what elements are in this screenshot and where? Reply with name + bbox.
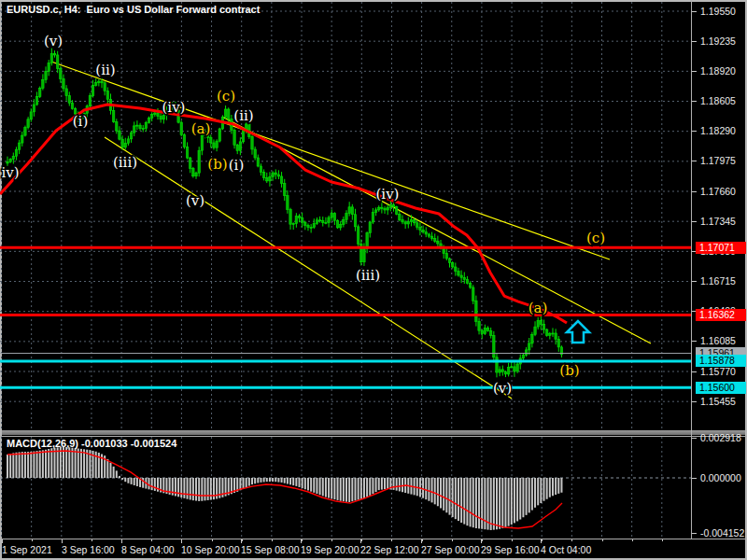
time-tick-label: 22 Sep 12:00 [360, 544, 418, 555]
candle-body [472, 287, 474, 301]
candle-body [224, 109, 226, 117]
time-minor-tick [632, 539, 633, 541]
macd-histogram-bar [490, 478, 492, 530]
candle-body [228, 109, 230, 119]
macd-histogram-bar [333, 478, 335, 499]
candle-body [116, 122, 118, 131]
price-level-chip[interactable]: 1.16362 [696, 309, 746, 321]
macd-histogram-bar [534, 478, 536, 508]
macd-canvas[interactable] [0, 436, 747, 539]
macd-histogram-bar [440, 478, 442, 508]
candle-body [251, 136, 253, 149]
candle-body [213, 143, 215, 147]
macd-histogram-bar [325, 478, 327, 497]
main-chart-canvas[interactable]: (v)(ii)(i)iv)(iii)(iv)(v)(a)(b)(c)(i)(ii… [0, 0, 747, 429]
trendline[interactable] [105, 137, 512, 399]
candle-body [186, 147, 188, 158]
macd-histogram-bar [65, 447, 67, 478]
wave-label[interactable]: (v) [44, 33, 63, 49]
candle-body [124, 143, 126, 147]
wave-label[interactable]: (v) [493, 380, 512, 397]
panel-separator[interactable] [2, 429, 745, 436]
price-tick-label: 1.18920 [700, 65, 736, 77]
macd-histogram-bar [272, 478, 274, 482]
wave-label[interactable]: (i) [229, 157, 245, 174]
macd-histogram-bar [207, 478, 209, 500]
wave-label[interactable]: (iv) [162, 99, 186, 116]
macd-histogram-bar [57, 447, 59, 478]
macd-histogram-bar [555, 478, 557, 495]
price-tick-label: 0.002918 [700, 432, 741, 443]
macd-histogram-bar [148, 478, 150, 489]
macd-histogram-bar [366, 478, 368, 497]
candle-body [154, 113, 156, 115]
candle-body [378, 207, 380, 210]
candle-body [127, 139, 129, 144]
wave-label[interactable]: iv) [1, 164, 19, 181]
wave-label[interactable]: (c) [586, 230, 605, 246]
candle-body [316, 220, 317, 224]
axis-tick [692, 401, 697, 402]
macd-histogram-bar [83, 449, 85, 478]
macd-histogram-bar [263, 478, 265, 482]
candle-body [301, 218, 303, 223]
chart-title: EURUSD.c, H4: Euro vs US Dollar Forward … [7, 4, 260, 15]
wave-label[interactable]: (i) [73, 113, 89, 130]
time-axis[interactable]: 1 Sep 20213 Sep 16:008 Sep 04:0010 Sep 2… [0, 539, 747, 560]
candle-body [481, 330, 483, 333]
macd-histogram-bar [425, 478, 427, 499]
candle-body [537, 320, 539, 327]
candle-body [121, 139, 123, 147]
candle-body [516, 364, 518, 371]
macd-histogram-bar [470, 478, 472, 526]
wave-label[interactable]: (a) [191, 120, 211, 137]
wave-label[interactable]: (iii) [113, 154, 137, 171]
time-minor-tick [272, 539, 273, 541]
wave-label[interactable]: (v) [186, 192, 204, 209]
macd-histogram-bar [402, 478, 403, 492]
price-level-chip[interactable]: 1.17071 [696, 242, 746, 254]
candle-body [413, 219, 415, 222]
candle-body [455, 267, 457, 272]
price-tick-label: 1.16715 [700, 275, 736, 287]
macd-histogram-bar [504, 478, 506, 527]
price-axis[interactable]: 1.195501.192351.189201.186051.182901.179… [691, 0, 747, 539]
macd-histogram-bar [313, 478, 315, 493]
macd-histogram-bar [151, 478, 153, 490]
macd-histogram-bar [134, 478, 135, 485]
candle-body [511, 367, 513, 368]
wave-label[interactable]: (a) [529, 300, 548, 316]
price-level-chip[interactable]: 1.15600 [696, 382, 746, 394]
candle-body [7, 161, 8, 163]
wave-label[interactable]: (b) [559, 362, 579, 379]
wave-label[interactable]: (c) [217, 88, 235, 105]
candle-body [381, 207, 383, 208]
macd-histogram-bar [428, 478, 430, 501]
time-major-tick [360, 539, 361, 543]
candle-body [289, 209, 291, 224]
macd-histogram-bar [15, 453, 17, 478]
candle-body [402, 220, 403, 222]
macd-histogram-bar [198, 478, 200, 501]
wave-label[interactable]: (b) [207, 156, 227, 173]
macd-histogram-bar [33, 452, 35, 478]
candle-body [318, 220, 320, 221]
wave-label[interactable]: (ii) [233, 107, 253, 124]
price-tick-label: 1.16085 [700, 335, 736, 346]
axis-tick [692, 161, 697, 161]
up-arrow-icon[interactable] [567, 321, 589, 343]
macd-name: MACD(12,26,9) [7, 438, 78, 449]
candle-body [233, 130, 235, 145]
wave-label[interactable]: (ii) [95, 62, 115, 78]
macd-histogram-bar [254, 478, 256, 483]
price-level-chip[interactable]: 1.15878 [696, 355, 746, 367]
macd-histogram-bar [106, 459, 108, 478]
candle-body [419, 227, 421, 230]
wave-label[interactable]: (iv) [376, 186, 400, 203]
time-minor-tick [331, 539, 332, 541]
candle-body [496, 357, 498, 372]
wave-label[interactable]: (iii) [356, 267, 380, 284]
axis-tick [692, 11, 697, 12]
candle-body [27, 119, 29, 128]
candle-body [198, 150, 200, 173]
